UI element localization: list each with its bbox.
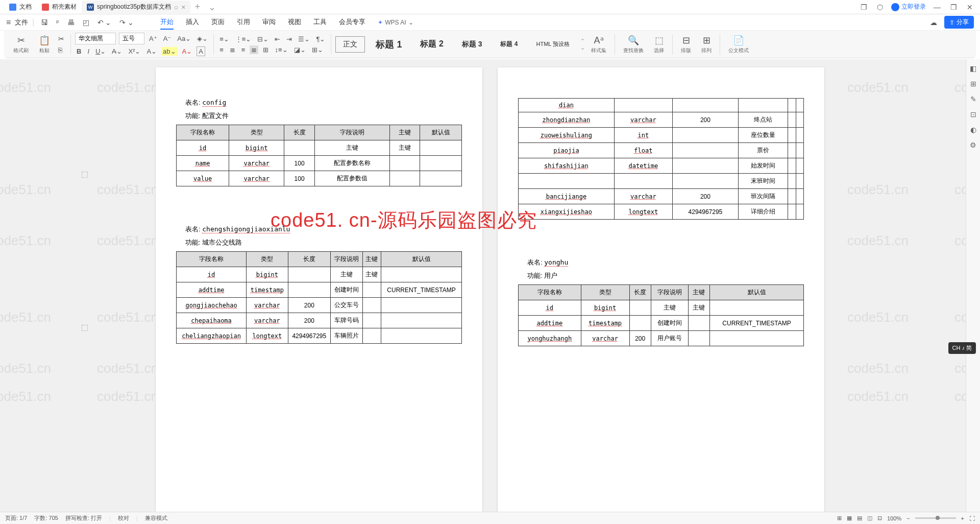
strike-icon[interactable]: A̶⌄ (110, 47, 124, 56)
underline-icon[interactable]: U⌄ (94, 47, 107, 56)
status-words[interactable]: 字数: 705 (34, 514, 58, 522)
close-icon[interactable]: ○ (174, 3, 178, 11)
style-body[interactable]: 正文 (335, 36, 365, 53)
increase-indent-icon[interactable]: ⇥ (285, 35, 293, 43)
fullscreen-icon[interactable]: ⛶ (969, 515, 975, 521)
style-h3[interactable]: 标题 3 (454, 36, 490, 53)
font-selector[interactable]: 华文细黑 (75, 33, 116, 44)
style-h1[interactable]: 标题 1 (368, 35, 409, 54)
style-h2[interactable]: 标题 2 (412, 35, 451, 53)
superscript-icon[interactable]: X²⌄ (127, 47, 142, 56)
select-button[interactable]: ⬚选择 (650, 34, 668, 55)
status-proof[interactable]: 校对 (118, 514, 129, 522)
multilevel-icon[interactable]: ⊟⌄ (256, 35, 270, 43)
preview-icon[interactable]: ◰ (81, 17, 91, 28)
cloud-icon[interactable]: ☁ (928, 17, 939, 28)
print-icon[interactable]: 🖶 (65, 17, 77, 28)
tab-daoke[interactable]: 稻壳素材 (37, 1, 82, 13)
maximize-icon[interactable]: ❐ (948, 2, 959, 12)
gov-mode-button[interactable]: 📄公文模式 (724, 34, 753, 55)
view-mode-3-icon[interactable]: ▤ (857, 515, 862, 521)
find-replace-button[interactable]: 🔍查找替换 (619, 34, 648, 55)
bold-icon[interactable]: B (75, 47, 83, 56)
view-mode-5-icon[interactable]: ⊡ (877, 515, 882, 521)
redo-icon[interactable]: ↷ ⌄ (117, 17, 136, 28)
wps-ai-button[interactable]: ✦WPS AI⌄ (378, 15, 413, 30)
highlight-icon[interactable]: ab⌄ (161, 47, 177, 56)
zoom-label[interactable]: 100% (887, 515, 901, 521)
grow-font-icon[interactable]: A⁺ (148, 34, 159, 43)
sort-icon[interactable]: ☰⌄ (297, 35, 311, 43)
save-icon[interactable]: 🖫 (39, 17, 50, 28)
menu-ref[interactable]: 引用 (237, 15, 250, 30)
view-mode-1-icon[interactable]: ⊞ (837, 515, 842, 521)
paragraph-mark-icon (82, 172, 88, 178)
tab-menu-icon[interactable]: ⌄ (204, 2, 220, 13)
shrink-font-icon[interactable]: A⁻ (162, 34, 173, 43)
bullets-icon[interactable]: ≡⌄ (218, 35, 231, 43)
distribute-icon[interactable]: ⊞ (261, 45, 270, 54)
text-effects-icon[interactable]: A⌄ (145, 47, 158, 56)
copy-icon[interactable]: ⎘ (56, 45, 66, 55)
view-mode-4-icon[interactable]: ◫ (867, 515, 872, 521)
watermark-red: code51. cn-源码乐园盗图必究 (271, 207, 537, 233)
ribbon: ✂格式刷 📋粘贴 ✂ ⎘ 华文细黑 五号 A⁺ A⁻ Aa⌄ ◈⌄ B I U⌄… (4, 31, 976, 58)
show-marks-icon[interactable]: ¶⌄ (314, 35, 327, 43)
align-center-icon[interactable]: ≣ (228, 45, 237, 54)
document-canvas[interactable]: code51.cncode51.cncode51.cncode51.cncode… (0, 59, 980, 512)
menu-insert[interactable]: 插入 (186, 15, 199, 30)
undo-icon[interactable]: ↶ ⌄ (95, 17, 114, 28)
status-bar: 页面: 1/7 字数: 705 拼写检查: 打开| 校对| 兼容模式 ⊞ ▦ ▤… (0, 512, 980, 524)
align-left-icon[interactable]: ≡ (218, 45, 225, 54)
copy-window-icon[interactable]: ❐ (859, 2, 869, 12)
cube-icon[interactable]: ⬡ (875, 2, 885, 12)
font-color-icon[interactable]: A⌄ (181, 47, 194, 56)
format-painter-button[interactable]: ✂格式刷 (9, 34, 33, 55)
menu-vip[interactable]: 会员专享 (339, 15, 365, 30)
case-icon[interactable]: Aa⌄ (176, 34, 192, 43)
tab-current-doc[interactable]: Wspringbootiz35p数据库文档○× (82, 1, 190, 13)
layout-cols-button[interactable]: ⊞排列 (697, 34, 716, 55)
menu-page[interactable]: 页面 (211, 15, 225, 30)
tab-documents[interactable]: 文档 (4, 1, 37, 13)
size-selector[interactable]: 五号 (119, 33, 144, 44)
login-button[interactable]: 立即登录 (891, 3, 926, 11)
status-compat[interactable]: 兼容模式 (145, 514, 167, 522)
tab-close-x[interactable]: × (181, 3, 185, 11)
align-right-icon[interactable]: ≡ (240, 45, 247, 54)
menu-view[interactable]: 视图 (288, 15, 301, 30)
share-button[interactable]: ⇪ 分享 (944, 16, 974, 29)
shading-icon[interactable]: ◪⌄ (292, 45, 307, 54)
new-tab-button[interactable]: + (190, 2, 204, 12)
print-preview-icon[interactable]: ᵖ (54, 17, 61, 28)
paragraph-mark-icon (82, 325, 88, 331)
borders-icon[interactable]: ⊞⌄ (310, 45, 325, 54)
menu-tools[interactable]: 工具 (313, 15, 327, 30)
numbering-icon[interactable]: ⋮≡⌄ (234, 35, 253, 43)
style-h4[interactable]: 标题 4 (493, 36, 525, 52)
menu-start[interactable]: 开始 (160, 15, 174, 30)
menu-review[interactable]: 审阅 (262, 15, 276, 30)
minimize-icon[interactable]: — (932, 2, 942, 12)
view-mode-2-icon[interactable]: ▦ (847, 515, 852, 521)
file-menu[interactable]: 文件 (15, 18, 28, 27)
close-window-icon[interactable]: ✕ (965, 2, 975, 12)
zoom-in-icon[interactable]: + (961, 515, 964, 521)
style-html[interactable]: HTML 预设格 (528, 37, 577, 52)
ime-indicator[interactable]: CH ♪ 简 (948, 342, 976, 354)
styles-button[interactable]: Aᵃ样式集 (587, 34, 610, 55)
decrease-indent-icon[interactable]: ⇤ (273, 35, 282, 43)
italic-icon[interactable]: I (86, 47, 91, 56)
status-spell[interactable]: 拼写检查: 打开 (65, 514, 102, 522)
hamburger-icon[interactable]: ≡ (6, 18, 11, 27)
clear-format-icon[interactable]: ◈⌄ (195, 34, 209, 43)
zoom-slider[interactable] (915, 517, 956, 519)
cut-icon[interactable]: ✂ (56, 34, 66, 44)
layout-rows-button[interactable]: ⊟排版 (677, 34, 695, 55)
char-border-icon[interactable]: A (197, 46, 205, 56)
align-justify-icon[interactable]: ≣ (250, 45, 258, 54)
line-spacing-icon[interactable]: ↕≡⌄ (273, 45, 289, 54)
zoom-out-icon[interactable]: − (906, 515, 910, 521)
status-page[interactable]: 页面: 1/7 (5, 514, 27, 522)
paste-button[interactable]: 📋粘贴 (35, 34, 54, 55)
